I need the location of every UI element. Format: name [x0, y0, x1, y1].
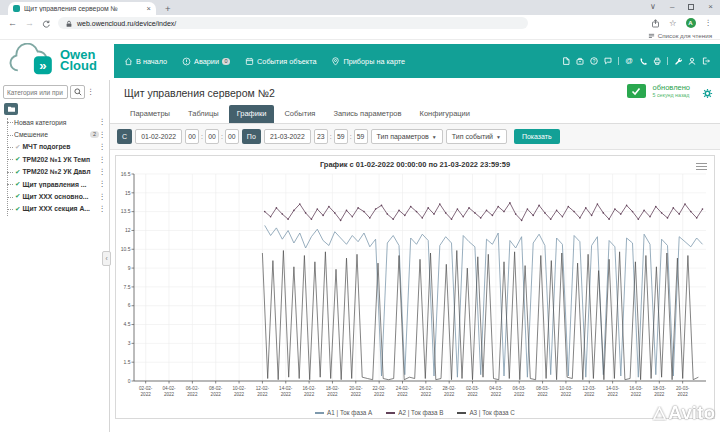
chart-menu-icon[interactable]	[696, 161, 707, 172]
bookmark-star-icon[interactable]: ☆	[669, 19, 677, 28]
svg-text:3: 3	[128, 340, 131, 346]
add-category-button[interactable]	[4, 103, 18, 115]
alarm-count-badge: 0	[222, 58, 230, 65]
tab-title: Щит управления сервером №	[24, 5, 143, 12]
nav-item-home[interactable]: В начало	[124, 57, 167, 66]
tree-item-2[interactable]: ✔МЧТ подогрев⋮	[0, 141, 109, 153]
main-panel: Щит управления сервером №2 обновлено 5 с…	[110, 80, 720, 432]
url-field[interactable]: web.owencloud.ru/device/index/	[58, 17, 528, 29]
time-separator: :	[201, 133, 203, 140]
tree-item-menu-icon[interactable]: ⋮	[99, 118, 107, 126]
tree-item-menu-icon[interactable]: ⋮	[99, 168, 107, 176]
tab-3[interactable]: Графики	[229, 105, 275, 123]
tab-4[interactable]: События	[276, 105, 323, 123]
tab-close-icon[interactable]: ×	[147, 5, 151, 13]
from-date-input[interactable]	[135, 129, 182, 144]
tree-item-5[interactable]: ✔Щит управления ...⋮	[0, 178, 109, 190]
tree-item-label: ТРМ202 №2 УК Давл	[22, 168, 98, 175]
show-button[interactable]: Показать	[514, 129, 560, 144]
help-icon[interactable]: ?	[590, 57, 598, 65]
svg-text:18-02-: 18-02-	[326, 386, 340, 391]
tab-1[interactable]: Параметры	[122, 105, 178, 123]
svg-text:12: 12	[125, 227, 131, 233]
maximize-button[interactable]	[688, 4, 694, 10]
tab-5[interactable]: Запись параметров	[325, 105, 409, 123]
archive-icon[interactable]	[576, 57, 584, 65]
new-tab-button[interactable]: +	[165, 4, 171, 14]
updated-label: обновлено	[653, 84, 690, 92]
refresh-status-button[interactable]	[627, 84, 646, 98]
user-icon[interactable]	[688, 57, 696, 65]
forward-icon[interactable]: →	[25, 19, 34, 28]
avatar[interactable]: A	[686, 18, 696, 28]
nav-item-map-pin[interactable]: Приборы на карте	[331, 57, 405, 66]
tree-item-menu-icon[interactable]: ⋮	[99, 156, 107, 164]
svg-text:2022: 2022	[654, 392, 665, 397]
tree-item-6[interactable]: ✔Щит ХХХ основно...⋮	[0, 190, 109, 202]
tree-item-7[interactable]: ✔Щит ХХХ секция А...⋮	[0, 203, 109, 215]
tree-item-menu-icon[interactable]: ⋮	[99, 143, 107, 151]
legend-item-3[interactable]: A3 | Ток фаза С	[457, 409, 515, 416]
events-icon	[245, 57, 254, 66]
close-window-button[interactable]: ×	[708, 2, 713, 11]
legend-item-1[interactable]: A1 | Ток фаза А	[315, 409, 372, 416]
search-button[interactable]	[70, 85, 85, 99]
legend-item-2[interactable]: A2 | Ток фаза В	[386, 409, 443, 416]
doc-icon[interactable]	[562, 57, 570, 65]
chevron-down-icon[interactable]: ∨	[650, 2, 656, 11]
nav-item-alarm[interactable]: Аварии0	[182, 57, 230, 66]
tree-item-4[interactable]: ✔ТРМ202 №2 УК Давл⋮	[0, 166, 109, 178]
svg-text:2022: 2022	[631, 392, 642, 397]
legend-dash	[457, 412, 466, 414]
to-date-input[interactable]	[264, 129, 311, 144]
sidebar-menu-icon[interactable]: ⋮	[87, 88, 95, 96]
home-icon	[124, 57, 133, 66]
to-time-input-2[interactable]: 59	[354, 129, 368, 144]
svg-text:6: 6	[128, 302, 131, 308]
tree-item-menu-icon[interactable]: ⋮	[99, 193, 107, 201]
reload-icon[interactable]	[42, 14, 50, 32]
svg-text:2022: 2022	[141, 392, 152, 397]
browser-menu-icon[interactable]: ⋮	[705, 19, 713, 27]
reading-list-label[interactable]: Список для чтения	[658, 32, 712, 39]
nav-item-label: В начало	[136, 57, 167, 66]
settings-button[interactable]	[702, 85, 713, 103]
phone-icon[interactable]	[639, 57, 647, 65]
tree-item-0[interactable]: Новая категория⋮	[0, 116, 109, 128]
owen-cloud-logo[interactable]: » Owen Cloud	[0, 40, 114, 80]
tree-item-menu-icon[interactable]: ⋮	[99, 180, 107, 188]
from-time-input-1[interactable]: 00	[205, 129, 219, 144]
from-time-input-2[interactable]: 00	[225, 129, 239, 144]
browser-tab[interactable]: Щит управления сервером № ×	[8, 2, 156, 15]
tab-2[interactable]: Таблицы	[180, 105, 227, 123]
tree-item-3[interactable]: ✔ТРМ202 №1 УК Темп⋮	[0, 153, 109, 165]
nav-item-label: События объекта	[257, 57, 316, 66]
legend-label: A1 | Ток фаза А	[327, 409, 372, 416]
tree-item-menu-icon[interactable]: ⋮	[99, 205, 107, 213]
tree-item-menu-icon[interactable]: ⋮	[99, 131, 107, 139]
updated-ago: 5 секунд назад	[653, 92, 690, 98]
svg-text:»: »	[39, 58, 46, 73]
to-time-input-1[interactable]: 59	[334, 129, 348, 144]
at-icon[interactable]: @	[625, 57, 633, 65]
tree-item-1[interactable]: Смешение2⋮	[0, 128, 109, 140]
search-input[interactable]	[3, 85, 68, 99]
nav-item-events[interactable]: События объекта	[245, 57, 316, 66]
address-bar-actions: ☆ A ⋮	[651, 14, 712, 32]
minimize-button[interactable]: –	[670, 2, 674, 11]
sidebar-collapse-button[interactable]: ‹	[102, 251, 111, 266]
tab-6[interactable]: Конфигурации	[412, 105, 478, 123]
event-type-select[interactable]: Тип событий▼	[446, 129, 507, 144]
fax-icon[interactable]	[653, 57, 661, 65]
from-time-input-0[interactable]: 00	[185, 129, 199, 144]
chart-plot[interactable]: 01.534.567.5910.51213.51516.502-02-20220…	[118, 171, 711, 407]
back-icon[interactable]: ←	[8, 19, 17, 28]
param-type-select[interactable]: Тип параметров▼	[371, 129, 443, 144]
time-separator: :	[350, 133, 352, 140]
svg-text:2022: 2022	[164, 392, 175, 397]
tools-icon[interactable]	[674, 57, 682, 65]
svg-text:2022: 2022	[467, 392, 478, 397]
chat-icon[interactable]	[604, 57, 612, 65]
to-time-input-0[interactable]: 23	[314, 129, 328, 144]
logout-icon[interactable]	[702, 57, 710, 65]
